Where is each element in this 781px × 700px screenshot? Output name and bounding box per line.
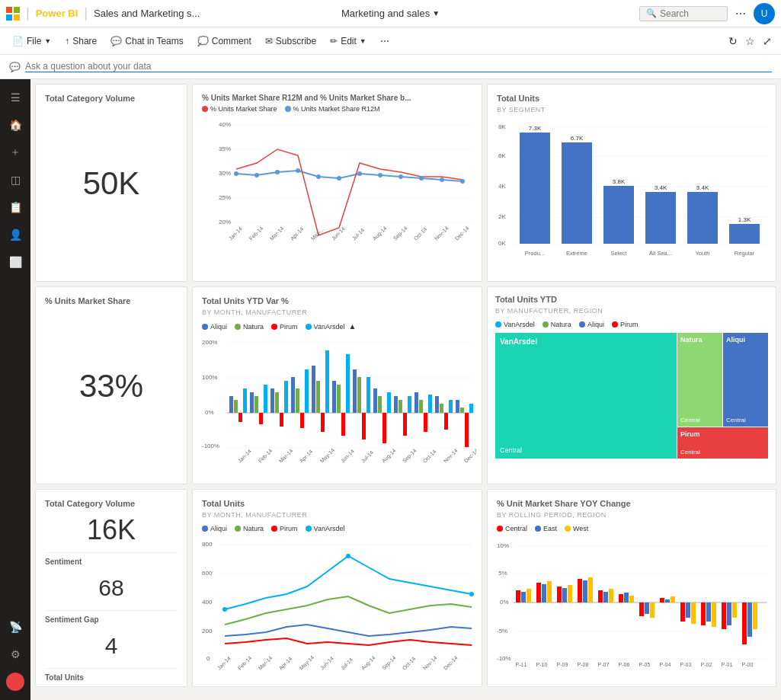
svg-rect-112 — [424, 413, 427, 432]
chart6-svg: 10% 5% 0% -5% -10% — [497, 537, 771, 666]
svg-rect-113 — [428, 395, 432, 413]
legend6-central: Central — [497, 525, 527, 532]
card-chart5: Total Units BY MONTH, MANUFACTURER Aliqu… — [192, 489, 482, 687]
sidebar-data-icon[interactable]: 📋 — [3, 195, 27, 219]
card-chart2: Total Units BY SEGMENT 8K 6K 4K 2K 0K 7.… — [487, 84, 776, 282]
sidebar-home-icon[interactable]: 🏠 — [3, 113, 27, 137]
svg-text:P-08: P-08 — [578, 662, 589, 666]
sidebar-apps-icon[interactable]: ⬜ — [3, 250, 27, 274]
chart1-svg: 40% 35% 30% 25% 20% — [202, 117, 476, 247]
main-layout: ☰ 🏠 ＋ ◫ 📋 👤 ⬜ 📡 ⚙ Total Category Volume … — [0, 79, 781, 700]
svg-rect-75 — [234, 400, 238, 413]
svg-text:Jul-14: Jul-14 — [351, 227, 366, 241]
svg-text:P-05: P-05 — [639, 662, 651, 666]
more-toolbar-button[interactable]: ⋯ — [374, 33, 395, 50]
svg-rect-187 — [639, 603, 644, 616]
svg-rect-111 — [419, 400, 423, 413]
subscribe-button[interactable]: ✉ Subscribe — [259, 33, 322, 50]
legend-label-pirum: Pirum — [280, 323, 298, 331]
favorite-button[interactable]: ☆ — [742, 34, 758, 49]
dashboard-selector[interactable]: Marketing and sales ▼ — [341, 8, 440, 19]
svg-text:0%: 0% — [205, 409, 214, 416]
svg-rect-48 — [520, 133, 550, 244]
refresh-button[interactable]: ↻ — [725, 34, 741, 49]
card-total-category-volume-1: Total Category Volume 50K — [35, 84, 187, 282]
svg-text:P-07: P-07 — [598, 662, 610, 666]
chart2-subtitle: BY SEGMENT — [497, 106, 767, 113]
more-options-button[interactable]: ⋯ — [732, 6, 749, 21]
svg-text:P-06: P-06 — [619, 662, 630, 666]
sidebar-browse-icon[interactable]: ◫ — [3, 168, 27, 192]
card-title-tcv1: Total Category Volume — [45, 94, 178, 103]
treemap-label-natura: Natura — [680, 336, 703, 344]
sidebar-collapse-icon[interactable]: ☰ — [3, 85, 27, 110]
card-chart4: Total Units YTD BY MANUFACTURER, REGION … — [487, 286, 776, 484]
sidebar-add-icon[interactable]: ＋ — [3, 140, 27, 165]
svg-rect-78 — [250, 392, 254, 413]
legend6-label-west: West — [573, 525, 588, 532]
sidebar-learn-icon[interactable]: 📡 — [3, 615, 27, 639]
svg-rect-188 — [645, 603, 649, 614]
file-label: File — [27, 36, 41, 46]
svg-text:-100%: -100% — [202, 443, 219, 449]
legend-dot-pirum — [271, 324, 277, 330]
svg-rect-84 — [280, 413, 283, 427]
svg-point-19 — [337, 176, 341, 181]
fullscreen-button[interactable]: ⤢ — [760, 34, 775, 49]
app-title: Sales and Marketing s... — [94, 8, 200, 19]
svg-rect-177 — [568, 585, 572, 603]
legend5-natura: Natura — [235, 525, 264, 532]
treemap-label-aliqui: Aliqui — [726, 336, 745, 344]
svg-rect-107 — [399, 400, 402, 413]
treemap-natura: Natura Central — [677, 333, 722, 427]
sidebar-circle-icon[interactable] — [6, 673, 24, 691]
legend6-west: West — [565, 525, 588, 532]
svg-text:Feb-14: Feb-14 — [237, 655, 253, 670]
svg-rect-93 — [325, 350, 329, 413]
svg-text:Regular: Regular — [735, 250, 755, 257]
svg-point-23 — [419, 176, 424, 181]
legend6-label-central: Central — [505, 525, 527, 532]
svg-point-24 — [440, 177, 444, 182]
svg-text:400: 400 — [202, 599, 213, 606]
edit-button[interactable]: ✏ Edit ▼ — [324, 33, 373, 50]
legend-label-vanarsdel: VanArsdel — [314, 323, 345, 331]
svg-text:P-10: P-10 — [536, 662, 548, 666]
chart3-legend: Aliqui Natura Pirum VanArsdel ▲ — [202, 322, 472, 331]
chat-button[interactable]: 💬 Chat in Teams — [104, 33, 189, 50]
svg-rect-184 — [619, 594, 623, 603]
qa-input[interactable] — [25, 61, 772, 72]
svg-rect-0 — [6, 7, 12, 13]
qa-icon: 💬 — [9, 62, 21, 72]
edit-label: Edit — [341, 36, 357, 46]
legend6-dot-west — [565, 526, 571, 532]
comment-button[interactable]: 💭 Comment — [191, 33, 258, 50]
svg-text:Jun-14: Jun-14 — [340, 449, 355, 464]
chart1-legend: % Units Market Share % Units Market Shar… — [202, 105, 472, 113]
svg-point-21 — [378, 173, 382, 177]
card-chart6: % Unit Market Share YOY Change BY ROLLIN… — [487, 489, 776, 687]
share-button[interactable]: ↑ Share — [59, 33, 103, 50]
avatar[interactable]: U — [754, 3, 775, 24]
svg-text:Aug-14: Aug-14 — [381, 448, 398, 465]
svg-rect-190 — [660, 598, 664, 603]
search-input[interactable] — [660, 8, 721, 19]
treemap-aliqui: Aliqui Central — [723, 333, 768, 427]
search-box[interactable]: 🔍 — [639, 6, 728, 21]
edit-icon: ✏ — [330, 36, 338, 46]
file-button[interactable]: 📄 File ▼ — [6, 33, 57, 50]
svg-point-145 — [346, 554, 350, 558]
svg-point-17 — [296, 168, 300, 173]
svg-text:2K: 2K — [498, 213, 506, 220]
svg-text:0K: 0K — [498, 240, 506, 247]
sidebar-people-icon[interactable]: 👤 — [3, 222, 27, 247]
svg-text:Produ...: Produ... — [525, 250, 545, 257]
svg-point-146 — [469, 592, 474, 596]
sidebar-settings-icon[interactable]: ⚙ — [3, 642, 27, 666]
svg-text:200: 200 — [202, 628, 213, 634]
svg-rect-99 — [357, 377, 361, 413]
svg-rect-196 — [701, 603, 706, 625]
chart3-svg: 200% 100% 0% -100% — [202, 335, 476, 465]
file-icon: 📄 — [12, 36, 24, 46]
svg-text:Mar-14: Mar-14 — [269, 225, 285, 241]
